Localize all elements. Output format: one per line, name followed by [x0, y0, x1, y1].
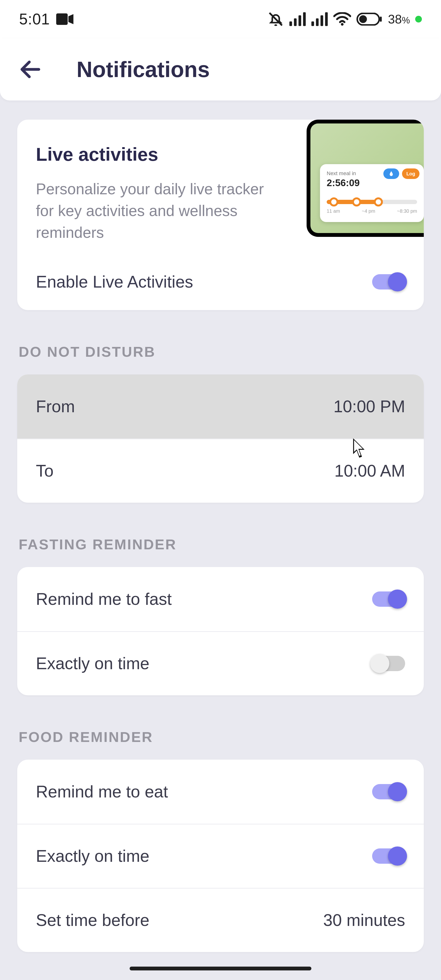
arrow-left-icon — [18, 57, 43, 82]
live-preview-widget: Next meal in 2:56:09 Log 11 am ~4 pm — [320, 164, 424, 222]
tick-2: ~8:30 pm — [397, 208, 417, 214]
signal-icon-2 — [311, 12, 328, 26]
clock: 5:01 — [19, 10, 50, 28]
battery-icon — [356, 13, 383, 25]
page-title: Notifications — [76, 57, 210, 82]
enable-live-row[interactable]: Enable Live Activities — [36, 272, 405, 291]
preview-track — [327, 200, 417, 204]
preview-ticks: 11 am ~4 pm ~8:30 pm — [327, 208, 417, 214]
food-exact-row[interactable]: Exactly on time — [17, 824, 424, 888]
dnd-card: From 10:00 PM To 10:00 AM — [17, 374, 424, 503]
tick-1: ~4 pm — [362, 208, 375, 214]
live-activities-card: Live activities Personalize your daily l… — [17, 119, 424, 310]
fasting-card: Remind me to fast Exactly on time — [17, 567, 424, 695]
privacy-dot-icon — [415, 16, 422, 22]
svg-rect-5 — [303, 12, 306, 26]
bell-muted-icon — [267, 11, 284, 27]
dnd-to-row[interactable]: To 10:00 AM — [17, 439, 424, 503]
svg-rect-12 — [380, 16, 382, 22]
svg-rect-9 — [325, 12, 328, 26]
live-preview: Next meal in 2:56:09 Log 11 am ~4 pm — [306, 119, 424, 237]
dnd-to-label: To — [36, 461, 54, 480]
next-meal-time: 2:56:09 — [327, 178, 417, 188]
dnd-from-value: 10:00 PM — [333, 397, 405, 416]
svg-rect-13 — [359, 15, 367, 23]
food-header: FOOD REMINDER — [19, 729, 424, 745]
svg-rect-0 — [56, 13, 68, 25]
svg-point-10 — [341, 23, 344, 25]
fasting-remind-toggle[interactable] — [372, 592, 405, 607]
status-bar: 5:01 — [0, 0, 441, 38]
svg-rect-3 — [294, 18, 297, 26]
title-bar: Notifications — [0, 38, 441, 100]
fasting-exact-toggle[interactable] — [372, 656, 405, 671]
food-set-before-value: 30 minutes — [323, 911, 405, 930]
signal-icon-1 — [289, 12, 306, 26]
food-set-before-label: Set time before — [36, 911, 149, 930]
fasting-remind-row[interactable]: Remind me to fast — [17, 567, 424, 631]
food-remind-row[interactable]: Remind me to eat — [17, 760, 424, 824]
svg-rect-2 — [289, 22, 292, 26]
food-exact-label: Exactly on time — [36, 846, 149, 865]
food-exact-toggle[interactable] — [372, 848, 405, 864]
dnd-from-label: From — [36, 397, 75, 416]
dnd-header: DO NOT DISTURB — [19, 344, 424, 360]
log-chip: Log — [402, 169, 419, 179]
back-button[interactable] — [18, 57, 43, 82]
content-scroll[interactable]: Live activities Personalize your daily l… — [0, 100, 441, 952]
live-desc: Personalize your daily live tracker for … — [36, 178, 272, 243]
battery-percent: 38% — [388, 12, 410, 26]
food-remind-toggle[interactable] — [372, 784, 405, 799]
food-card: Remind me to eat Exactly on time Set tim… — [17, 760, 424, 952]
svg-rect-7 — [316, 18, 319, 26]
fasting-exact-label: Exactly on time — [36, 654, 149, 673]
water-chip — [383, 169, 399, 179]
dnd-to-value: 10:00 AM — [334, 461, 405, 480]
wifi-icon — [333, 12, 351, 26]
svg-rect-6 — [311, 22, 314, 26]
status-left: 5:01 — [19, 10, 73, 28]
video-icon — [56, 13, 73, 25]
svg-rect-4 — [299, 15, 301, 26]
fasting-remind-label: Remind me to fast — [36, 590, 172, 609]
food-remind-label: Remind me to eat — [36, 782, 168, 801]
home-indicator[interactable] — [130, 967, 311, 970]
enable-live-label: Enable Live Activities — [36, 272, 193, 291]
fasting-header: FASTING REMINDER — [19, 536, 424, 553]
status-right: 38% — [267, 11, 422, 27]
food-set-before-row[interactable]: Set time before 30 minutes — [17, 888, 424, 952]
tick-0: 11 am — [327, 208, 340, 214]
enable-live-toggle[interactable] — [372, 274, 405, 290]
svg-rect-8 — [321, 15, 323, 26]
dnd-from-row[interactable]: From 10:00 PM — [17, 374, 424, 439]
fasting-exact-row[interactable]: Exactly on time — [17, 631, 424, 695]
